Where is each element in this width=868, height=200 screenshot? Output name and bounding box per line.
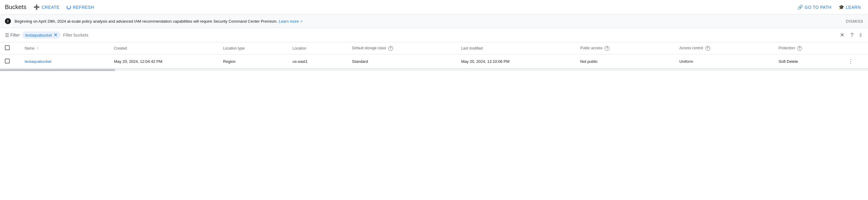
col-header-location-type: Location type: [218, 42, 288, 54]
sort-asc-icon: ↑: [37, 46, 38, 50]
cell-more-actions: ⋮: [843, 54, 868, 69]
columns-button[interactable]: ⦀: [858, 31, 863, 40]
horizontal-scrollbar[interactable]: [0, 69, 868, 71]
table-row: testaquabucket May 20, 2024, 12:04:42 PM…: [0, 54, 868, 69]
plus-icon: ➕: [34, 4, 40, 10]
header-row: Name ↑ Created Location type Location De…: [0, 42, 868, 54]
cap-icon: 🎓: [839, 4, 845, 10]
cell-access-control: Uniform: [675, 54, 774, 69]
banner-text: Beginning on April 29th, 2024 at-scale p…: [14, 19, 841, 24]
header-right: 🔗 GO TO PATH 🎓 LEARN: [795, 3, 863, 11]
col-header-created: Created: [109, 42, 218, 54]
col-header-location: Location: [288, 42, 347, 54]
chip-label: testaquabucket: [25, 33, 52, 37]
info-icon: i: [5, 18, 11, 24]
header-actions: ➕ CREATE REFRESH: [31, 3, 97, 11]
scrollbar-thumb[interactable]: [0, 69, 115, 71]
row-more-button[interactable]: ⋮: [848, 58, 854, 65]
filter-bar-right: ✕ ? ⦀: [839, 31, 863, 40]
create-button[interactable]: ➕ CREATE: [31, 3, 62, 11]
row-checkbox[interactable]: [5, 58, 10, 64]
link-icon: 🔗: [798, 4, 804, 10]
storage-class-help-icon[interactable]: ?: [388, 46, 393, 51]
bucket-name-link[interactable]: testaquabucket: [25, 59, 52, 64]
col-header-last-modified: Last modified: [457, 42, 576, 54]
filter-icon: ☰: [5, 32, 9, 38]
public-access-help-icon[interactable]: ?: [604, 46, 609, 51]
go-to-path-button[interactable]: 🔗 GO TO PATH: [795, 3, 834, 11]
cell-location-type: Region: [218, 54, 288, 69]
chip-close-icon[interactable]: ✕: [54, 33, 58, 37]
access-control-help-icon[interactable]: ?: [705, 46, 710, 51]
buckets-table: Name ↑ Created Location type Location De…: [0, 42, 868, 69]
learn-more-link[interactable]: Learn more: [279, 19, 303, 24]
row-checkbox-cell: [0, 54, 20, 69]
table-header: Name ↑ Created Location type Location De…: [0, 42, 868, 54]
cell-protection: Soft Delete: [774, 54, 843, 69]
header-bar: Buckets ➕ CREATE REFRESH 🔗 GO TO PATH 🎓 …: [0, 0, 868, 14]
refresh-button[interactable]: REFRESH: [64, 4, 96, 11]
cell-storage-class: Standard: [347, 54, 456, 69]
filter-input[interactable]: [63, 33, 116, 37]
dismiss-button[interactable]: DISMISS: [846, 19, 863, 24]
col-header-protection: Protection ?: [774, 42, 843, 54]
cell-location: us-east1: [288, 54, 347, 69]
select-all-checkbox[interactable]: [5, 45, 10, 50]
filter-chip-testaquabucket[interactable]: testaquabucket ✕: [22, 31, 61, 39]
help-button[interactable]: ?: [849, 31, 855, 40]
col-header-storage-class: Default storage class ?: [347, 42, 456, 54]
refresh-icon: [67, 5, 71, 9]
clear-filter-button[interactable]: ✕: [839, 31, 845, 40]
filter-bar: ☰ Filter testaquabucket ✕ ✕ ? ⦀: [0, 28, 868, 42]
protection-help-icon[interactable]: ?: [797, 46, 802, 51]
col-header-public-access: Public access ?: [576, 42, 675, 54]
col-header-name[interactable]: Name ↑: [20, 42, 109, 54]
table-container: Name ↑ Created Location type Location De…: [0, 42, 868, 71]
info-banner: i Beginning on April 29th, 2024 at-scale…: [0, 14, 868, 28]
cell-created: May 20, 2024, 12:04:42 PM: [109, 54, 218, 69]
cell-last-modified: May 20, 2024, 12:10:06 PM: [457, 54, 576, 69]
learn-button[interactable]: 🎓 LEARN: [836, 3, 863, 11]
col-header-access-control: Access control ?: [675, 42, 774, 54]
cell-public-access: Not public: [576, 54, 675, 69]
filter-label: ☰ Filter: [5, 32, 20, 38]
page-title: Buckets: [5, 4, 26, 10]
table-body: testaquabucket May 20, 2024, 12:04:42 PM…: [0, 54, 868, 69]
col-header-actions: [843, 42, 868, 54]
header-checkbox-cell: [0, 42, 20, 54]
cell-name: testaquabucket: [20, 54, 109, 69]
